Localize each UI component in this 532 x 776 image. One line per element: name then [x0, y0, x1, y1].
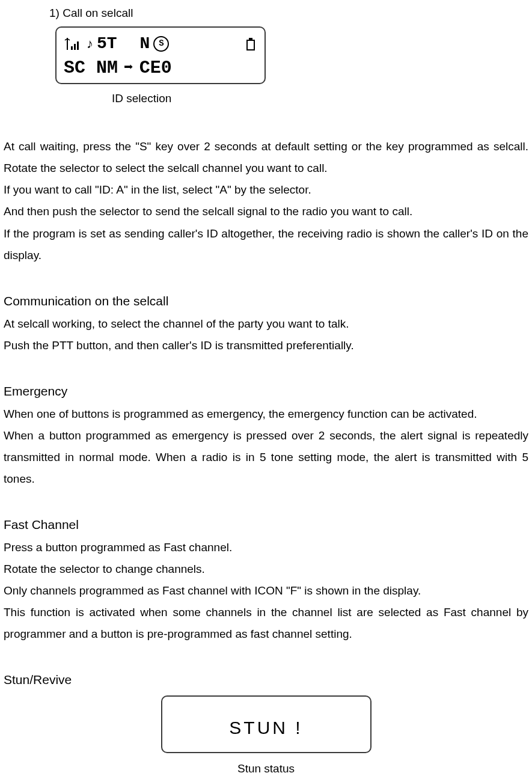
document-page: 1) Call on selcall ♪ 5T N S — [0, 0, 532, 776]
paragraph-4: If the program is set as sending caller'… — [4, 223, 528, 266]
lcd-display-2-wrap: STUN ! Stun status — [4, 695, 528, 776]
fc-paragraph-3: Only channels programmed as Fast channel… — [4, 580, 528, 602]
music-note-icon: ♪ — [85, 37, 93, 50]
comm-paragraph-2: Push the PTT button, and then caller's I… — [4, 335, 528, 356]
lcd2-caption: Stun status — [237, 758, 295, 776]
comm-paragraph-1: At selcall working, to select the channe… — [4, 313, 528, 335]
lcd-nm-label: NM — [96, 51, 118, 85]
section-title-stun-revive: Stun/Revive — [4, 668, 528, 692]
paragraph-1: At call waiting, press the "S" key over … — [4, 136, 528, 179]
paragraph-2: If you want to call "ID: A" in the list,… — [4, 179, 528, 201]
svg-rect-2 — [74, 44, 76, 50]
svg-rect-1 — [71, 46, 73, 50]
emergency-paragraph-2: When a button programmed as emergency is… — [4, 425, 528, 490]
lcd2-text: STUN ! — [229, 710, 302, 745]
section-title-communication: Communication on the selcall — [4, 289, 528, 313]
list-item-call-on-selcall: 1) Call on selcall — [4, 2, 528, 24]
fc-paragraph-4: This function is activated when some cha… — [4, 602, 528, 645]
arrow-right-icon: ➡ — [121, 53, 136, 83]
battery-icon — [244, 37, 257, 51]
lcd-display-1: ♪ 5T N S SC NM ➡ CE0 — [55, 26, 266, 84]
lcd1-caption: ID selection — [4, 88, 528, 109]
lcd-sc-label: SC — [64, 51, 85, 85]
signal-icon — [64, 37, 82, 51]
svg-rect-3 — [77, 41, 79, 50]
lcd-ceo-label: CE0 — [139, 51, 172, 85]
fc-paragraph-2: Rotate the selector to change channels. — [4, 558, 528, 580]
lcd-display-2: STUN ! — [161, 695, 371, 753]
section-title-fast-channel: Fast Channel — [4, 513, 528, 537]
paragraph-3: And then push the selector to send the s… — [4, 201, 528, 222]
svg-rect-5 — [249, 38, 252, 40]
section-title-emergency: Emergency — [4, 379, 528, 403]
svg-rect-4 — [247, 40, 254, 50]
emergency-paragraph-1: When one of buttons is programmed as eme… — [4, 403, 528, 425]
fc-paragraph-1: Press a button programmed as Fast channe… — [4, 537, 528, 558]
lcd-row-bottom: SC NM ➡ CE0 — [64, 57, 257, 81]
lcd-display-1-wrap: ♪ 5T N S SC NM ➡ CE0 — [4, 26, 528, 84]
s-circle-icon: S — [153, 36, 169, 52]
